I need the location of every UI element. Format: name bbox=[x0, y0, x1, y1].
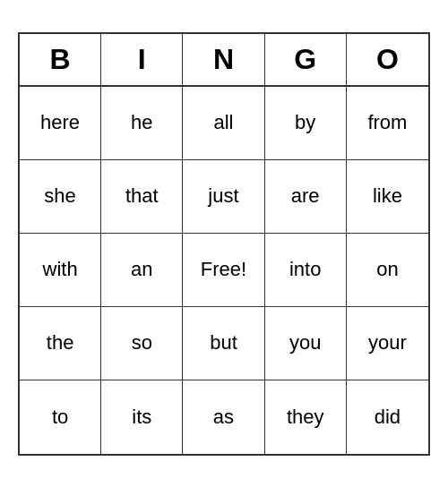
bingo-cell-r0-c1: he bbox=[101, 87, 183, 160]
bingo-grid: hereheallbyfromshethatjustarelikewithanF… bbox=[20, 87, 428, 454]
bingo-cell-r4-c4: did bbox=[347, 380, 428, 454]
bingo-cell-r0-c0: here bbox=[20, 87, 101, 160]
bingo-cell-r2-c3: into bbox=[265, 234, 347, 307]
bingo-header-cell: I bbox=[101, 34, 183, 85]
bingo-cell-r1-c2: just bbox=[183, 160, 264, 234]
bingo-cell-r2-c2: Free! bbox=[183, 234, 264, 307]
bingo-header: BINGO bbox=[20, 34, 428, 87]
bingo-cell-r1-c3: are bbox=[265, 160, 347, 234]
bingo-cell-r0-c3: by bbox=[265, 87, 347, 160]
bingo-cell-r4-c0: to bbox=[20, 380, 101, 454]
bingo-cell-r2-c4: on bbox=[347, 234, 428, 307]
bingo-cell-r2-c0: with bbox=[20, 234, 101, 307]
bingo-header-cell: O bbox=[347, 34, 428, 85]
bingo-cell-r2-c1: an bbox=[101, 234, 183, 307]
bingo-cell-r4-c1: its bbox=[101, 380, 183, 454]
bingo-cell-r4-c2: as bbox=[183, 380, 264, 454]
bingo-cell-r0-c4: from bbox=[347, 87, 428, 160]
bingo-cell-r1-c4: like bbox=[347, 160, 428, 234]
bingo-cell-r1-c0: she bbox=[20, 160, 101, 234]
bingo-header-cell: N bbox=[183, 34, 264, 85]
bingo-cell-r3-c4: your bbox=[347, 307, 428, 380]
bingo-cell-r3-c1: so bbox=[101, 307, 183, 380]
bingo-cell-r3-c3: you bbox=[265, 307, 347, 380]
bingo-card: BINGO hereheallbyfromshethatjustarelikew… bbox=[18, 32, 430, 456]
bingo-cell-r3-c2: but bbox=[183, 307, 264, 380]
bingo-cell-r0-c2: all bbox=[183, 87, 264, 160]
bingo-header-cell: G bbox=[265, 34, 347, 85]
bingo-header-cell: B bbox=[20, 34, 101, 85]
bingo-cell-r4-c3: they bbox=[265, 380, 347, 454]
bingo-cell-r1-c1: that bbox=[101, 160, 183, 234]
bingo-cell-r3-c0: the bbox=[20, 307, 101, 380]
